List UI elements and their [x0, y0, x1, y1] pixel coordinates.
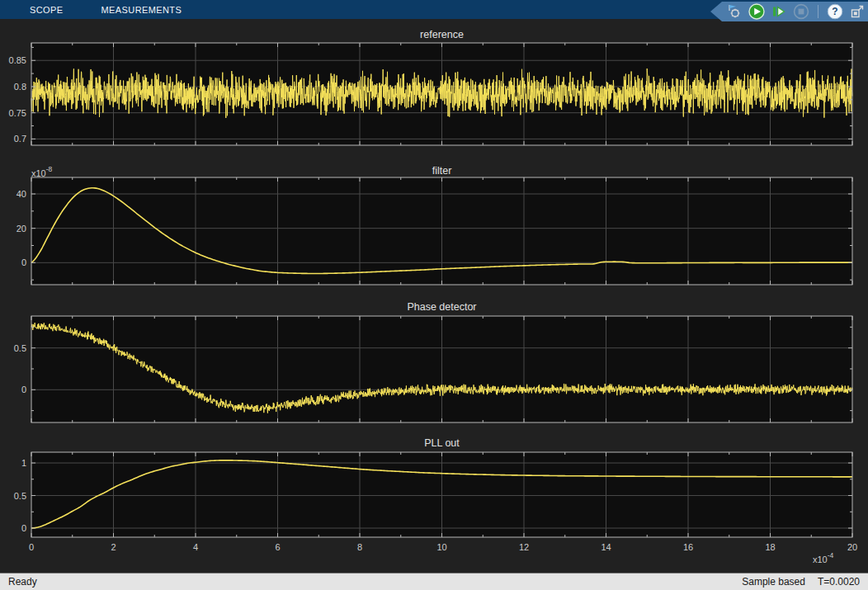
filter-y-scale-base: x10 — [31, 168, 46, 178]
simulation-settings-icon[interactable] — [725, 2, 743, 21]
plot-title-phase-detector: Phase detector — [31, 300, 852, 314]
svg-text:?: ? — [832, 6, 837, 17]
stop-icon — [792, 2, 810, 21]
status-bar: Ready Sample based T=0.0020 — [0, 573, 868, 590]
status-text: Ready — [8, 576, 37, 588]
plot-title-pll-out: PLL out — [31, 437, 852, 450]
step-forward-button[interactable] — [770, 2, 788, 21]
x-axis-scale-label: x10-4 — [813, 552, 833, 564]
x-scale-exp: -4 — [828, 551, 834, 559]
play-icon — [748, 2, 766, 21]
x-scale-base: x10 — [813, 555, 828, 564]
filter-y-scale-exp: -8 — [46, 165, 53, 173]
status-sample-mode: Sample based — [742, 576, 805, 588]
toolstrip: SCOPE MEASUREMENTS — [0, 0, 868, 19]
plot-title-reference: reference — [31, 28, 852, 41]
status-sim-time: T=0.0020 — [818, 576, 860, 588]
run-button[interactable] — [748, 2, 766, 21]
tab-measurements[interactable]: MEASUREMENTS — [101, 0, 182, 19]
status-right-group: Sample based T=0.0020 — [742, 576, 860, 588]
filter-y-scale-label: x10-8 — [31, 166, 52, 178]
popout-button[interactable] — [848, 2, 866, 21]
scope-window: SCOPE MEASUREMENTS — [0, 0, 868, 590]
plot-title-filter: filter — [31, 164, 852, 177]
scope-display-area[interactable] — [0, 19, 868, 572]
help-icon: ? — [826, 2, 844, 21]
toolbar-divider — [818, 5, 818, 18]
stop-button[interactable] — [792, 2, 810, 21]
gear-flag-icon — [725, 2, 743, 21]
simulation-controls-banner: ? — [710, 2, 868, 21]
popout-icon — [848, 2, 866, 21]
step-forward-icon — [770, 2, 788, 21]
tab-scope[interactable]: SCOPE — [30, 0, 64, 19]
help-button[interactable]: ? — [826, 2, 844, 21]
